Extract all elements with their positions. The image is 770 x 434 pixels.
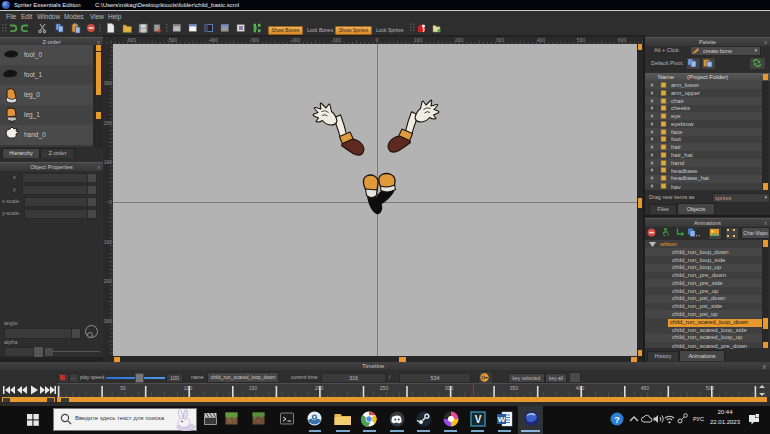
svg-text:350: 350 (510, 385, 519, 391)
svg-text:200: 200 (104, 120, 113, 126)
svg-text:V: V (475, 414, 482, 425)
svg-text:250: 250 (380, 385, 389, 391)
svg-text:500: 500 (706, 385, 715, 391)
svg-text:450: 450 (641, 385, 650, 391)
svg-text:400: 400 (576, 385, 585, 391)
svg-text:100: 100 (184, 385, 193, 391)
svg-text:500: 500 (577, 37, 586, 43)
svg-text:200: 200 (104, 278, 113, 284)
svg-text:W: W (498, 415, 506, 424)
svg-text:150: 150 (249, 385, 258, 391)
svg-text:?: ? (614, 415, 620, 425)
svg-text:50: 50 (120, 385, 126, 391)
svg-text:400: 400 (537, 37, 546, 43)
svg-text:200: 200 (455, 37, 464, 43)
svg-text:300: 300 (445, 385, 454, 391)
svg-text:300: 300 (496, 37, 505, 43)
